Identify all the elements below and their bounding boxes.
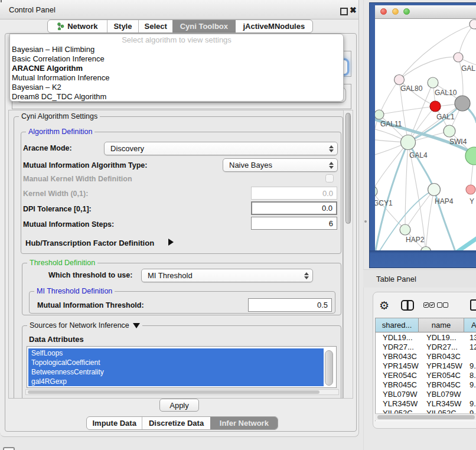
bottom-tab-infer-network[interactable]: Infer Network <box>210 417 278 429</box>
popup-item-bayesian-hill-climbing[interactable]: Bayesian – Hill Climbing <box>10 45 343 54</box>
graph-node[interactable] <box>375 110 384 119</box>
popup-item-bayesian-k2[interactable]: Bayesian – K2 <box>10 83 343 92</box>
sources-collapse-arrow-icon[interactable] <box>133 323 140 328</box>
combo-arrows-icon <box>328 145 334 153</box>
graph-node-label: GAL4 <box>409 151 428 159</box>
cytopanel-dock-icon[interactable] <box>3 447 15 450</box>
graph-edge[interactable] <box>405 142 408 230</box>
mi-type-value: Naive Bayes <box>229 159 272 171</box>
tab-style[interactable]: Style <box>107 20 139 32</box>
popup-item-dream8-dc-tdc-algorithm[interactable]: Dream8 DC_TDC Algorithm <box>10 92 343 102</box>
graph-node[interactable] <box>430 101 441 112</box>
attributes-hscrollbar-thumb[interactable] <box>28 390 319 394</box>
kernel-width-field[interactable]: 0.0 <box>251 187 337 200</box>
deselect-all-icon[interactable] <box>437 302 442 308</box>
table-panel-title: Table Panel <box>376 270 416 288</box>
graph-node[interactable] <box>444 125 455 137</box>
graph-edge[interactable] <box>379 80 399 115</box>
popup-item-basic-correlation-inference[interactable]: Basic Correlation Inference <box>10 54 343 64</box>
tab-network[interactable]: Network <box>48 20 107 32</box>
graph-node[interactable] <box>455 96 470 111</box>
mi-threshold-field[interactable]: 0.5 <box>248 298 332 312</box>
attribute-item-betweennesscentrality[interactable]: BetweennessCentrality <box>28 367 324 377</box>
column-header-name[interactable]: name <box>419 318 464 332</box>
popup-item-aracne-algorithm[interactable]: ARACNE Algorithm <box>10 64 343 73</box>
gear-icon[interactable]: ⚙ <box>379 298 389 314</box>
table-row[interactable]: YLR345WYLR345W9. <box>376 399 476 409</box>
attribute-item-topologicalcoefficient[interactable]: TopologicalCoefficient <box>28 358 324 367</box>
mi-type-combobox[interactable]: Naive Bayes <box>223 158 338 172</box>
mi-steps-field[interactable]: 6 <box>251 217 337 230</box>
graph-node[interactable] <box>428 184 441 196</box>
graph-node-label: GAL <box>461 64 475 73</box>
document-icon[interactable] <box>470 299 476 311</box>
tab-jactivemnodules[interactable]: jActiveMNodules <box>235 20 312 32</box>
graph-node-label: GAL10 <box>435 89 457 97</box>
manual-kernel-checkbox[interactable] <box>325 174 334 182</box>
graph-node-label: Y <box>470 197 474 206</box>
attribute-item-gal4rgexp[interactable]: gal4RGexp <box>28 377 324 386</box>
close-icon[interactable]: ✖ <box>350 5 357 15</box>
minimize-traffic-light-icon[interactable] <box>392 8 399 15</box>
graph-edge[interactable] <box>399 57 458 80</box>
graph-node[interactable] <box>395 75 405 85</box>
apply-button[interactable]: Apply <box>159 399 199 412</box>
table-row[interactable]: YBL079WYBL079W <box>376 390 476 399</box>
graph-edge-highlighted[interactable] <box>408 142 434 190</box>
graph-edge[interactable] <box>375 142 408 191</box>
table-row[interactable]: YDR27...YDR27...12 <box>376 343 476 352</box>
float-window-icon[interactable] <box>340 8 348 15</box>
attributes-hscrollbar[interactable] <box>25 389 339 395</box>
table-row[interactable]: YER054CYER054C8. <box>376 371 476 380</box>
graph-node[interactable] <box>466 185 475 194</box>
table-cell: YBL079W <box>419 390 464 399</box>
graph-edge[interactable] <box>458 24 474 57</box>
network-graph-canvas[interactable]: GALGAL80GAL10GAL1GAL11SWI4GAL4GCY1HAP4YH… <box>375 19 476 250</box>
table-row[interactable]: YDL19...YDL19...13 <box>376 333 476 343</box>
aracne-mode-label: Aracne Mode: <box>23 144 72 153</box>
attribute-item-selfloops[interactable]: SelfLoops <box>28 348 324 358</box>
graph-node[interactable] <box>470 19 476 29</box>
tab-cyni-toolbox[interactable]: Cyni Toolbox <box>172 20 235 32</box>
popup-item-mutual-information-inference[interactable]: Mutual Information Inference <box>10 73 343 83</box>
close-traffic-light-icon[interactable] <box>380 8 387 15</box>
attributes-vscrollbar-thumb[interactable] <box>325 350 333 386</box>
hub-expand-arrow-icon[interactable] <box>168 239 174 246</box>
select-all-icon[interactable] <box>423 302 429 308</box>
graph-node[interactable] <box>401 135 416 150</box>
graph-node[interactable] <box>428 77 438 88</box>
deselect-all-icon[interactable] <box>443 302 448 308</box>
graph-node[interactable] <box>454 53 463 62</box>
bottom-tab-impute-data[interactable]: Impute Data <box>87 417 142 429</box>
settings-vscrollbar-thumb[interactable] <box>345 113 351 224</box>
table-hscrollbar[interactable] <box>375 413 476 420</box>
tab-label: Discretize Data <box>149 419 204 428</box>
table-hscrollbar-thumb[interactable] <box>377 415 475 419</box>
node-table[interactable]: shared...nameA YDL19...YDL19...13YDR27..… <box>375 318 476 421</box>
column-header-a[interactable]: A <box>464 318 476 332</box>
data-attributes-label: Data Attributes <box>29 335 84 344</box>
column-header-shared-[interactable]: shared... <box>376 318 419 332</box>
graph-edge[interactable] <box>379 106 435 115</box>
table-row[interactable]: YBR043CYBR043C <box>376 352 476 361</box>
graph-node[interactable] <box>400 224 410 235</box>
select-all-icon[interactable] <box>429 302 435 308</box>
split-columns-icon[interactable] <box>401 300 414 311</box>
table-row[interactable]: YPR145WYPR145W9. <box>376 361 476 371</box>
dpi-tolerance-field[interactable]: 0.0 <box>251 201 337 215</box>
which-threshold-value: MI Threshold <box>148 269 193 282</box>
graph-edge[interactable] <box>375 191 405 230</box>
table-row[interactable]: YBR045CYBR045C9. <box>376 380 476 390</box>
split-divider-handle[interactable] <box>364 220 367 223</box>
aracne-mode-combobox[interactable]: Discovery <box>104 142 338 155</box>
graph-node-label: HAP2 <box>406 236 425 244</box>
zoom-traffic-light-icon[interactable] <box>403 8 410 15</box>
dpi-tolerance-label: DPI Tolerance [0,1]: <box>23 204 92 214</box>
tab-select[interactable]: Select <box>138 20 172 32</box>
data-attributes-list[interactable]: SelfLoopsTopologicalCoefficientBetweenne… <box>27 346 337 388</box>
graph-node[interactable] <box>375 186 377 197</box>
settings-vscrollbar[interactable] <box>343 110 353 399</box>
graph-node-label: GAL80 <box>400 84 423 93</box>
which-threshold-combobox[interactable]: MI Threshold <box>141 269 313 282</box>
bottom-tab-discretize-data[interactable]: Discretize Data <box>142 417 210 429</box>
